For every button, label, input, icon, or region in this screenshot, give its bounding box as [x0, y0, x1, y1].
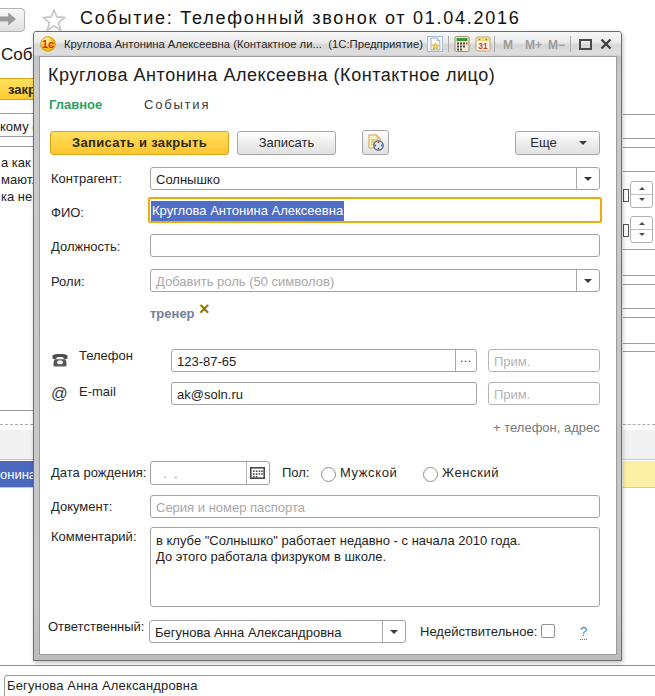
svg-text:31: 31	[478, 41, 488, 51]
svg-text:1с: 1с	[42, 38, 54, 50]
